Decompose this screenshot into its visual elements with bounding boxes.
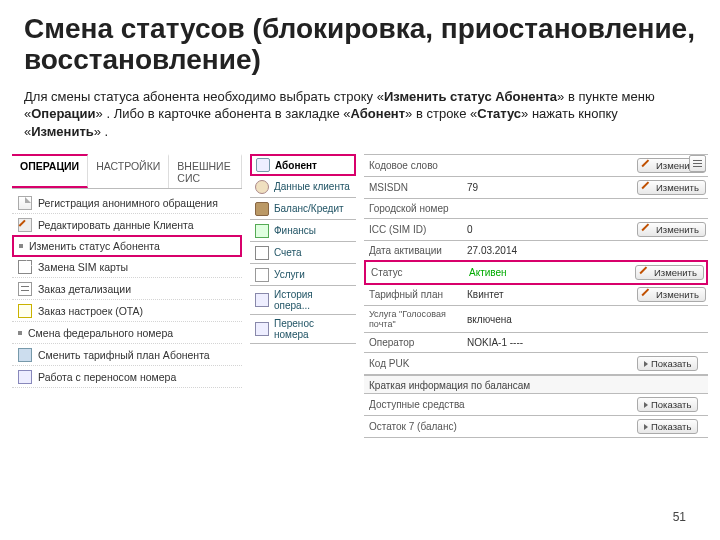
menu-item-change-tariff[interactable]: Сменить тарифный план Абонента xyxy=(12,344,242,366)
transfer-icon xyxy=(255,322,269,336)
menu-item-edit-client[interactable]: Редактировать данные Клиента xyxy=(12,214,242,236)
subscriber-details: Кодовое слово Изменить MSISDN79 Изменить… xyxy=(364,154,708,438)
finance-icon xyxy=(255,224,269,238)
menu-item-order-ota[interactable]: Заказ настроек (OTA) xyxy=(12,300,242,322)
play-icon xyxy=(644,424,648,430)
edit-status-button[interactable]: Изменить xyxy=(635,265,704,280)
sidebar-item-history[interactable]: История опера... xyxy=(250,286,356,315)
show-balance7-button[interactable]: Показать xyxy=(637,419,698,434)
row-status: Статус Активен Изменить xyxy=(364,260,708,285)
task-icon xyxy=(255,268,269,282)
subscriber-sidebar: Абонент Данные клиента Баланс/Кредит Фин… xyxy=(250,154,356,438)
subscriber-icon xyxy=(256,158,270,172)
tab-operations[interactable]: ОПЕРАЦИИ xyxy=(12,154,88,188)
pencil-icon xyxy=(644,225,653,234)
menu-item-change-number[interactable]: Смена федерального номера xyxy=(12,322,242,344)
bullet-icon xyxy=(19,244,23,248)
edit-icon xyxy=(18,218,32,232)
pencil-icon xyxy=(642,268,651,277)
pencil-icon xyxy=(644,183,653,192)
sim-icon xyxy=(18,260,32,274)
menu-toggle-button[interactable] xyxy=(689,155,706,172)
menu-item-register[interactable]: Регистрация анонимного обращения xyxy=(12,192,242,214)
history-icon xyxy=(255,293,269,307)
show-puk-button[interactable]: Показать xyxy=(637,356,698,371)
page-title: Смена статусов (блокировка, приостановле… xyxy=(0,0,720,82)
menu-item-change-status[interactable]: Изменить статус Абонента xyxy=(12,235,242,257)
sidebar-item-subscriber[interactable]: Абонент xyxy=(250,154,356,176)
list-icon xyxy=(18,282,32,296)
sidebar-item-client-data[interactable]: Данные клиента xyxy=(250,176,356,198)
cart-icon xyxy=(255,246,269,260)
pencil-icon xyxy=(644,161,653,170)
play-icon xyxy=(644,361,648,367)
pencil-icon xyxy=(644,290,653,299)
bullet-icon xyxy=(18,331,22,335)
tab-external[interactable]: ВНЕШНИЕ СИС xyxy=(169,154,242,188)
document-icon xyxy=(18,196,32,210)
page-number: 51 xyxy=(673,510,686,524)
wallet-icon xyxy=(255,202,269,216)
edit-tariff-button[interactable]: Изменить xyxy=(637,287,706,302)
edit-icc-button[interactable]: Изменить xyxy=(637,222,706,237)
edit-msisdn-button[interactable]: Изменить xyxy=(637,180,706,195)
sidebar-item-accounts[interactable]: Счета xyxy=(250,242,356,264)
show-funds-button[interactable]: Показать xyxy=(637,397,698,412)
port-icon xyxy=(18,370,32,384)
sidebar-item-finance[interactable]: Финансы xyxy=(250,220,356,242)
sidebar-item-services[interactable]: Услуги xyxy=(250,264,356,286)
menu-item-porting[interactable]: Работа с переносом номера xyxy=(12,366,242,388)
sidebar-item-balance[interactable]: Баланс/Кредит xyxy=(250,198,356,220)
user-icon xyxy=(255,180,269,194)
tab-settings[interactable]: НАСТРОЙКИ xyxy=(88,154,169,188)
balance-section-header: Краткая информация по балансам xyxy=(364,375,708,394)
play-icon xyxy=(644,402,648,408)
sidebar-item-porting[interactable]: Перенос номера xyxy=(250,315,356,344)
menu-item-order-detail[interactable]: Заказ детализации xyxy=(12,278,242,300)
operations-menu: ОПЕРАЦИИ НАСТРОЙКИ ВНЕШНИЕ СИС Регистрац… xyxy=(12,154,242,438)
note-icon xyxy=(18,304,32,318)
menu-item-replace-sim[interactable]: Замена SIM карты xyxy=(12,256,242,278)
page-description: Для смены статуса абонента необходимо вы… xyxy=(0,82,720,155)
tariff-icon xyxy=(18,348,32,362)
menu-tabs: ОПЕРАЦИИ НАСТРОЙКИ ВНЕШНИЕ СИС xyxy=(12,154,242,189)
